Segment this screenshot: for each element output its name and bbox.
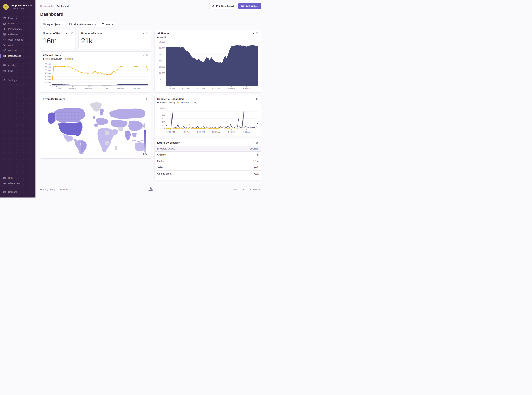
sidebar-item-performance[interactable]: Performance <box>0 26 35 32</box>
widget-menu-icon[interactable] <box>141 32 144 35</box>
svg-text:12:00 AM: 12:00 AM <box>100 88 109 90</box>
stats-chart-icon <box>3 69 6 72</box>
footer-link-api[interactable]: API <box>233 188 237 191</box>
svg-text:12:00 PM: 12:00 PM <box>166 88 175 90</box>
legend-item: Handled : count() <box>157 102 175 104</box>
sidebar-item-alerts[interactable]: Alerts <box>0 43 35 48</box>
footer-link-docs[interactable]: Docs <box>241 188 246 191</box>
svg-text:4:00 AM: 4:00 AM <box>228 131 235 133</box>
widget-menu-icon[interactable] <box>251 98 254 100</box>
svg-text:20,000: 20,000 <box>159 72 165 74</box>
sidebar-item-label: Discover <box>8 49 17 52</box>
org-avatar <box>2 3 10 11</box>
sidebar-nav: ProjectsIssuesPerformanceReleasesUser Fe… <box>0 12 35 83</box>
widget-expand-icon[interactable] <box>146 54 149 57</box>
breadcrumb-dashboards-link[interactable]: Dashboards <box>40 5 53 7</box>
footer-link-privacy-policy[interactable]: Privacy Policy <box>40 188 55 191</box>
chevron-down-icon <box>62 23 64 25</box>
projects-filter-label: My Projects <box>47 23 60 26</box>
svg-text:4:00 PM: 4:00 PM <box>182 88 190 90</box>
sidebar-item-label: User Feedback <box>8 38 24 41</box>
legend-item: Unhandled : count() <box>177 102 197 104</box>
svg-text:12:00 PM: 12:00 PM <box>166 131 175 133</box>
sidebar-item-issues[interactable]: Issues <box>0 21 35 26</box>
edit-dashboard-button[interactable]: Edit Dashboard <box>209 3 236 9</box>
time-range-filter[interactable]: 24H <box>99 21 116 27</box>
widget-expand-icon[interactable] <box>146 98 149 100</box>
sidebar-collapse-nav: Collapse <box>0 187 35 198</box>
page-title: Dashboard <box>40 12 261 17</box>
widget-title: Number of Err… <box>43 32 63 35</box>
svg-text:4:00 PM: 4:00 PM <box>69 88 76 90</box>
widget-expand-icon[interactable] <box>256 32 259 35</box>
svg-text:4:00 AM: 4:00 AM <box>228 88 235 90</box>
app-window: Empower Plant Jane Schmidt ProjectsIssue… <box>0 0 266 198</box>
sidebar-item-stats[interactable]: Stats <box>0 68 35 73</box>
sidebar-item-projects[interactable]: Projects <box>0 16 35 21</box>
widget-grid: Number of Err… 16m Number of Issues <box>40 30 261 180</box>
filter-bar: My Projects All Environments 24H <box>40 21 116 27</box>
user-feedback-megaphone-icon <box>3 38 6 41</box>
svg-text:30,000: 30,000 <box>159 66 165 68</box>
collapse-chevron-icon <box>3 190 6 193</box>
big-number-value: 16m <box>43 37 73 44</box>
svg-text:70,000: 70,000 <box>45 63 51 65</box>
widget-menu-icon[interactable] <box>251 32 254 35</box>
sidebar-item-discover[interactable]: Discover <box>0 48 35 53</box>
add-widget-button[interactable]: Add Widget <box>238 3 261 9</box>
widget-all-events: All Events count() 010,00020,00030,00040… <box>155 30 261 93</box>
sidebar-item-label: Alerts <box>8 44 14 47</box>
add-widget-label: Add Widget <box>245 5 259 7</box>
widget-menu-icon[interactable] <box>251 142 254 144</box>
footer-link-terms-of-use[interactable]: Terms of Use <box>59 188 73 191</box>
sidebar-item-help[interactable]: Help <box>0 175 35 181</box>
sidebar-item-label: Projects <box>8 17 17 20</box>
sidebar-item-label: Stats <box>8 69 13 72</box>
widget-expand-icon[interactable] <box>256 142 259 144</box>
sidebar-item-user-feedback[interactable]: User Feedback <box>0 37 35 43</box>
main-content: Dashboards › Dashboard Edit Dashboard Ad… <box>35 0 266 198</box>
sidebar: Empower Plant Jane Schmidt ProjectsIssue… <box>0 0 35 198</box>
org-switcher[interactable]: Empower Plant Jane Schmidt <box>0 0 35 12</box>
svg-text:4:00 AM: 4:00 AM <box>117 88 124 90</box>
widget-number-of-issues: Number of Issues 21k <box>78 30 151 49</box>
sidebar-item-activity[interactable]: Activity <box>0 63 35 68</box>
widget-expand-icon[interactable] <box>146 32 149 35</box>
widget-title: All Events <box>157 32 169 35</box>
sidebar-item-what-s-new[interactable]: What's new <box>0 181 35 186</box>
widget-expand-icon[interactable] <box>256 98 259 100</box>
environments-filter[interactable]: All Environments <box>66 21 99 27</box>
footer-right-links: APIDocsContribute <box>233 188 261 191</box>
sidebar-item-label: Issues <box>8 22 15 25</box>
sidebar-item-settings[interactable]: Settings <box>0 78 35 83</box>
svg-text:8:00 AM: 8:00 AM <box>243 131 250 133</box>
footer-link-contribute[interactable]: Contribute <box>250 188 261 191</box>
svg-text:40,000: 40,000 <box>159 60 165 62</box>
svg-text:8:00 PM: 8:00 PM <box>197 131 205 133</box>
footer-left-links: Privacy PolicyTerms of Use <box>40 188 73 191</box>
broadcast-icon <box>3 182 6 185</box>
svg-text:30,000: 30,000 <box>45 75 51 78</box>
svg-text:8:00 PM: 8:00 PM <box>85 88 92 90</box>
widget-menu-icon[interactable] <box>141 98 144 100</box>
all-events-chart: 010,00020,00030,00040,00050,00060,00070,… <box>157 41 259 90</box>
sidebar-item-releases[interactable]: Releases <box>0 32 35 37</box>
map-legend-low-label: Low <box>143 153 147 155</box>
sidebar-item-label: Settings <box>8 79 17 82</box>
svg-text:50,000: 50,000 <box>159 53 165 55</box>
widget-number-of-errors: Number of Err… 16m <box>40 30 76 49</box>
sidebar-item-collapse[interactable]: Collapse <box>0 189 35 195</box>
sidebar-item-label: Dashboards <box>8 54 21 57</box>
widget-menu-icon[interactable] <box>66 32 69 35</box>
projects-filter[interactable]: My Projects <box>40 21 66 27</box>
widget-title: Handled v. Unhandled <box>157 98 184 101</box>
widget-menu-icon[interactable] <box>141 54 144 57</box>
projects-folder-icon <box>43 23 46 26</box>
page-footer: Privacy PolicyTerms of Use APIDocsContri… <box>35 184 266 191</box>
chart-legend: count_unique(user)count() <box>43 58 149 60</box>
table-row: Safari524k <box>155 164 261 170</box>
widget-expand-icon[interactable] <box>71 32 73 35</box>
svg-text:12:00 AM: 12:00 AM <box>212 131 220 133</box>
sidebar-item-dashboards[interactable]: Dashboards <box>0 53 35 59</box>
widget-affected-users: Affected Users count_unique(user)count()… <box>40 51 151 93</box>
